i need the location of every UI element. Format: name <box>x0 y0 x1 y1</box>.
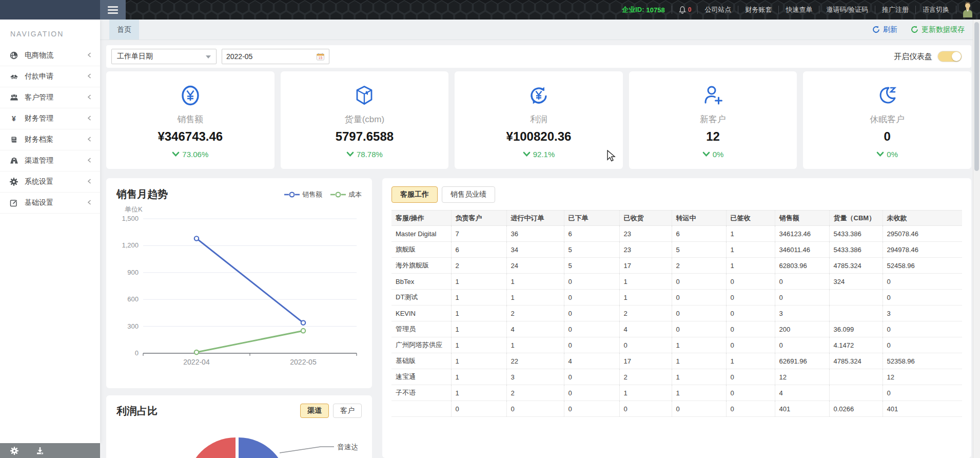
table-cell: 0 <box>506 401 564 417</box>
table-row[interactable]: 海外旗舰版2245172162803.964785.32452458.96 <box>391 258 962 274</box>
date-type-select[interactable]: 工作单日期 <box>111 49 217 64</box>
table-cell: 1 <box>619 274 672 290</box>
table-row[interactable]: 速宝通1302101212 <box>391 369 962 385</box>
table-cell: 5433.386 <box>829 242 883 258</box>
work-tab-销售员业绩[interactable]: 销售员业绩 <box>442 186 495 203</box>
table-row[interactable]: DT测试11010000 <box>391 290 962 306</box>
legend-item-销售额[interactable]: 销售额 <box>284 190 322 199</box>
table-cell: 6 <box>564 226 619 242</box>
table-row[interactable]: 管理员14040020036.0990 <box>391 321 962 337</box>
table-cell: 22 <box>506 353 564 369</box>
footer-download-button[interactable] <box>36 447 44 455</box>
column-header: 货量（CBM） <box>829 211 883 226</box>
topbar-item[interactable]: 财务账套 <box>738 0 778 20</box>
hamburger-icon <box>108 5 118 15</box>
stat-value: ¥100820.36 <box>506 129 572 144</box>
table-row[interactable]: Master Digital73662361346123.465433.3862… <box>391 226 962 242</box>
main-area: 首页 刷新 更新数据缓存 <box>100 20 980 458</box>
table-cell: 5 <box>564 258 619 274</box>
tab-home[interactable]: 首页 <box>109 20 139 40</box>
topbar-item[interactable]: 推广注册 <box>875 0 915 20</box>
svg-text:1,200: 1,200 <box>122 241 139 249</box>
sidebar-item-付款申请[interactable]: 付款申请 <box>0 66 100 87</box>
table-row[interactable]: 0000004010.0266401 <box>391 401 962 417</box>
sidebar-item-渠道管理[interactable]: 渠道管理 <box>0 150 100 171</box>
stat-card-新客户: 新客户120% <box>629 71 797 169</box>
topbar-item[interactable]: 快速查单 <box>779 0 819 20</box>
table-cell: 2 <box>451 258 506 274</box>
work-tab-客服工作[interactable]: 客服工作 <box>391 186 438 203</box>
topbar-item[interactable]: 语言切换 <box>916 0 956 20</box>
table-row[interactable]: BbTex11010003240 <box>391 274 962 290</box>
update-cache-button[interactable]: 更新数据缓存 <box>911 25 965 34</box>
chevron-left-icon <box>87 135 92 144</box>
table-cell: 0 <box>883 321 962 337</box>
sidebar-item-系统设置[interactable]: 系统设置 <box>0 171 100 193</box>
topbar-item[interactable]: 公司站点 <box>698 0 738 20</box>
pie-mode-客户[interactable]: 客户 <box>333 404 362 418</box>
line-chart[interactable]: 03006009001,2001,500单位K2022-042022-05 <box>116 201 362 374</box>
table-cell: 1 <box>672 385 726 401</box>
chevron-left-icon <box>87 93 92 102</box>
table-cell: 36 <box>506 226 564 242</box>
footer-gear-button[interactable] <box>10 447 18 455</box>
table-cell: 1 <box>451 369 506 385</box>
table-cell <box>829 369 883 385</box>
stat-value: 5797.6588 <box>336 129 394 144</box>
scrollbar-thumb[interactable] <box>974 22 979 171</box>
table-row[interactable]: 广州阿塔苏供应11001004.14720 <box>391 337 962 353</box>
table-cell: 1 <box>506 290 564 306</box>
table-cell: 3 <box>883 306 962 321</box>
svg-text:15: 15 <box>319 56 323 60</box>
table-cell: 401 <box>883 401 962 417</box>
table-cell: 0 <box>726 385 775 401</box>
table-cell: 0 <box>672 290 726 306</box>
stat-label: 新客户 <box>700 113 726 125</box>
table-cell: KEVIN <box>391 306 451 321</box>
refresh-button[interactable]: 刷新 <box>872 25 897 34</box>
pie-mode-渠道[interactable]: 渠道 <box>300 404 329 418</box>
table-row[interactable]: 子不语12011040 <box>391 385 962 401</box>
users-icon <box>9 93 18 102</box>
sidebar-item-财务管理[interactable]: ¥财务管理 <box>0 108 100 129</box>
dashboard-toggle[interactable] <box>937 51 962 62</box>
legend-item-成本[interactable]: 成本 <box>330 190 362 199</box>
page-scrollbar[interactable] <box>973 20 980 458</box>
sidebar-collapse-button[interactable] <box>100 0 126 20</box>
table-row[interactable]: KEVIN12020033 <box>391 306 962 321</box>
work-table-tabs: 客服工作销售员业绩 <box>391 186 962 203</box>
pie-chart[interactable]: 音速达 <box>116 418 362 458</box>
stat-percent: 0% <box>876 150 898 159</box>
column-header: 已签收 <box>726 211 775 226</box>
table-cell: 管理员 <box>391 321 451 337</box>
table-cell: 0 <box>726 321 775 337</box>
stat-label: 休眠客户 <box>870 113 905 125</box>
sidebar-item-财务档案[interactable]: 财务档案 <box>0 129 100 150</box>
table-cell <box>829 385 883 401</box>
table-row[interactable]: 旗舰版63452351346011.465433.386294978.46 <box>391 242 962 258</box>
pie-mode-buttons: 渠道客户 <box>300 404 362 418</box>
user-avatar[interactable] <box>956 2 977 17</box>
svg-text:0: 0 <box>135 349 139 357</box>
notifications-button[interactable]: 0 <box>672 6 698 14</box>
sidebar-item-电商物流[interactable]: 电商物流 <box>0 45 100 66</box>
calendar-icon[interactable]: 15 <box>316 52 325 61</box>
table-row[interactable]: 基础版1224171162691.964785.32452358.96 <box>391 353 962 369</box>
sidebar-item-客户管理[interactable]: 客户管理 <box>0 87 100 108</box>
table-cell: 34 <box>506 242 564 258</box>
topbar-item[interactable]: 邀请码/验证码 <box>819 0 875 20</box>
table-cell: 旗舰版 <box>391 242 451 258</box>
edit-icon <box>9 199 18 207</box>
table-cell: 速宝通 <box>391 369 451 385</box>
table-cell: 2 <box>619 369 672 385</box>
table-cell: 0 <box>564 385 619 401</box>
binoculars-icon <box>9 157 18 165</box>
table-cell: 0 <box>564 369 619 385</box>
table-cell: 12 <box>775 369 829 385</box>
sidebar-item-基础设置[interactable]: 基础设置 <box>0 193 100 214</box>
table-cell: 1 <box>726 226 775 242</box>
date-input[interactable]: 2022-05 15 <box>222 49 329 64</box>
table-cell: 3 <box>506 369 564 385</box>
stat-label: 货量(cbm) <box>345 113 384 125</box>
column-header: 销售额 <box>775 211 829 226</box>
